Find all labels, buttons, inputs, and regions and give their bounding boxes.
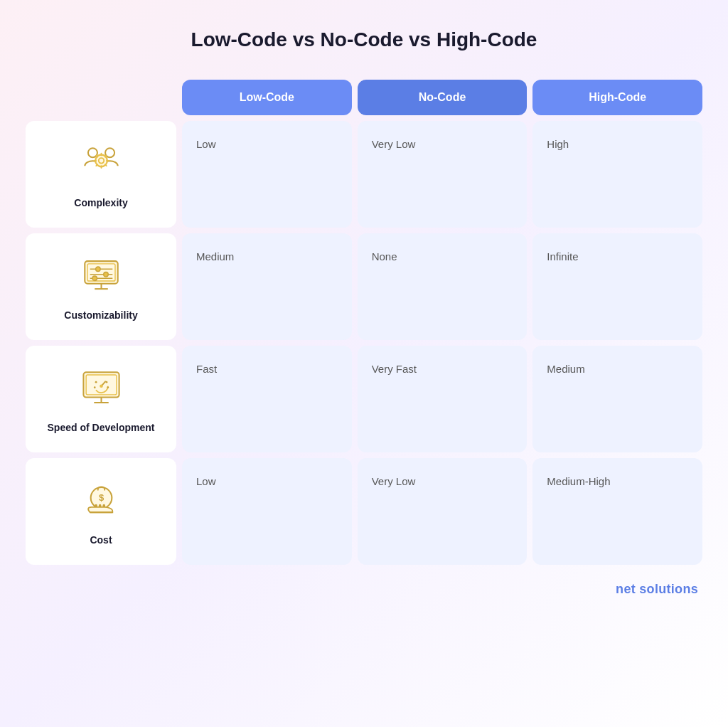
customizability-nocode-cell: None <box>358 233 528 340</box>
svg-point-9 <box>103 272 108 277</box>
cost-label: Cost <box>90 534 112 546</box>
cost-highcode-cell: Medium-High <box>532 458 702 565</box>
speed-highcode-cell: Medium <box>532 346 702 452</box>
row-label-speed: Speed of Development <box>26 346 176 452</box>
table-grid: Low-Code No-Code High-Code Complexity <box>23 77 705 568</box>
svg-point-20 <box>100 385 103 388</box>
cost-lowcode-value: Low <box>196 475 216 487</box>
customizability-label: Customizability <box>64 309 137 322</box>
svg-point-7 <box>95 267 100 272</box>
complexity-icon <box>76 139 126 189</box>
customizability-lowcode-value: Medium <box>196 250 234 262</box>
col-header-low-code: Low-Code <box>182 80 352 115</box>
complexity-lowcode-value: Low <box>196 138 216 150</box>
brand-text2: solutions <box>639 582 698 596</box>
complexity-highcode-cell: High <box>532 121 702 228</box>
speed-lowcode-cell: Fast <box>182 346 352 452</box>
speed-lowcode-value: Fast <box>196 363 217 375</box>
svg-text:$: $ <box>98 492 104 503</box>
comparison-table: Low-Code No-Code High-Code Complexity <box>23 77 705 568</box>
complexity-nocode-cell: Very Low <box>358 121 528 228</box>
complexity-label: Complexity <box>74 196 127 209</box>
cost-lowcode-cell: Low <box>182 458 352 565</box>
svg-point-22 <box>107 387 109 389</box>
speed-icon <box>76 364 126 414</box>
brand-logo: net solutions <box>616 582 698 597</box>
row-label-complexity: Complexity <box>26 121 176 228</box>
cost-highcode-value: Medium-High <box>547 475 610 487</box>
svg-point-11 <box>92 276 97 281</box>
speed-nocode-cell: Very Fast <box>358 346 528 452</box>
complexity-lowcode-cell: Low <box>182 121 352 228</box>
col-header-high-code: High-Code <box>532 80 702 115</box>
speed-highcode-value: Medium <box>547 363 584 375</box>
customizability-highcode-value: Infinite <box>547 250 578 262</box>
customizability-highcode-cell: Infinite <box>532 233 702 340</box>
col-header-no-code: No-Code <box>358 80 528 115</box>
row-label-cost: $ Cost <box>26 458 176 565</box>
page-title: Low-Code vs No-Code vs High-Code <box>191 28 537 51</box>
footer: net solutions <box>23 582 705 597</box>
header-empty <box>23 77 179 118</box>
customizability-icon <box>76 252 126 302</box>
customizability-nocode-value: None <box>372 250 397 262</box>
complexity-nocode-value: Very Low <box>372 138 416 150</box>
cost-nocode-cell: Very Low <box>358 458 528 565</box>
speed-nocode-value: Very Fast <box>372 363 417 375</box>
customizability-lowcode-cell: Medium <box>182 233 352 340</box>
svg-point-24 <box>105 381 107 383</box>
brand-text1: net <box>616 582 639 596</box>
complexity-highcode-value: High <box>547 138 569 150</box>
cost-nocode-value: Very Low <box>372 475 416 487</box>
svg-rect-4 <box>85 262 117 285</box>
svg-point-21 <box>93 387 95 389</box>
svg-point-23 <box>95 381 97 383</box>
speed-label: Speed of Development <box>48 421 155 434</box>
cost-icon: $ <box>76 477 126 526</box>
row-label-customizability: Customizability <box>26 233 176 340</box>
